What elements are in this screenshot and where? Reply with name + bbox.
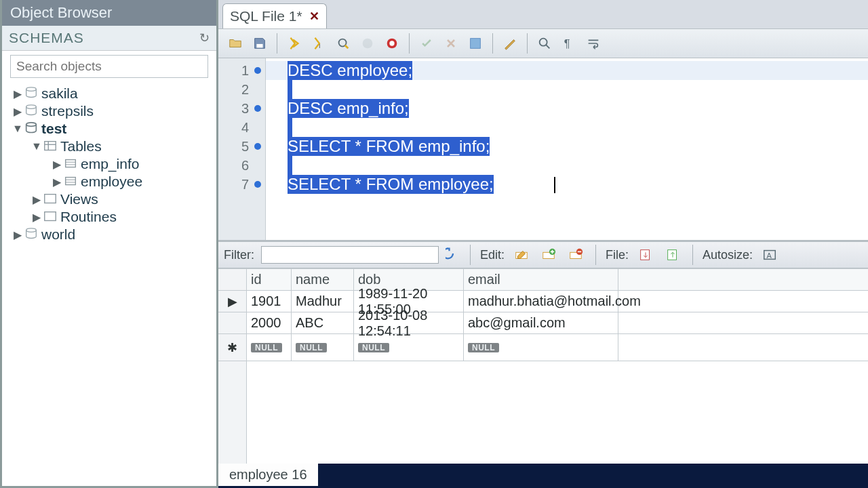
svg-point-1 (26, 105, 37, 109)
sql-editor[interactable]: 1 2 3 4 5 6 7 DESC employee; DESC emp_in… (218, 58, 868, 241)
stop-icon[interactable] (357, 33, 378, 54)
tree-item-test[interactable]: ▼ test (2, 120, 216, 138)
svg-text:A: A (767, 251, 772, 260)
status-tab[interactable]: employee 16 (218, 464, 318, 486)
expand-icon[interactable]: ▶ (12, 228, 24, 241)
col-email[interactable]: email (464, 269, 618, 290)
null-badge: NULL (358, 343, 389, 352)
svg-point-18 (363, 39, 373, 49)
grid-header[interactable]: id name dob email (247, 269, 868, 291)
tree-item-employee[interactable]: ▶ employee (2, 173, 216, 190)
result-toolbar: Filter: Edit: File: Autosize: A (218, 241, 868, 268)
table-icon (63, 174, 78, 189)
open-file-icon[interactable] (225, 33, 245, 54)
execute-icon[interactable] (284, 33, 304, 54)
null-badge: NULL (296, 343, 327, 352)
autosize-icon[interactable]: A (760, 245, 780, 265)
delete-row-icon[interactable] (566, 245, 586, 265)
current-row-indicator: ▶ (218, 291, 246, 312)
tree-item-emp-info[interactable]: ▶ emp_info (2, 155, 216, 173)
export-icon[interactable] (635, 245, 656, 265)
beautify-icon[interactable] (500, 33, 520, 54)
svg-rect-30 (668, 250, 677, 260)
folder-icon (43, 139, 58, 154)
grid-row[interactable]: 1901 Madhur 1989-11-20 11:55:00 madhur.b… (247, 291, 868, 312)
object-browser-title: Object Browser (2, 0, 216, 26)
svg-rect-29 (641, 250, 650, 260)
commit-icon[interactable] (416, 33, 437, 54)
result-grid[interactable]: ▶ ✱ id name dob email 1901 Madhur 1989-1… (218, 268, 868, 464)
collapse-icon[interactable]: ▼ (31, 140, 43, 152)
database-icon (24, 104, 39, 119)
expand-icon[interactable]: ▶ (31, 211, 43, 224)
execute-current-icon[interactable]: I (309, 33, 329, 54)
tab-sql-file[interactable]: SQL File 1* ✕ (222, 3, 327, 28)
close-icon[interactable]: ✕ (309, 9, 319, 24)
svg-text:¶: ¶ (564, 37, 570, 49)
null-badge: NULL (251, 343, 282, 352)
filter-input[interactable] (261, 246, 439, 264)
null-badge: NULL (468, 343, 499, 352)
tree-item-routines[interactable]: ▶ Routines (2, 208, 216, 226)
tree-item-sakila[interactable]: ▶ sakila (2, 85, 216, 102)
expand-icon[interactable]: ▶ (12, 105, 24, 118)
stop-error-icon[interactable] (382, 33, 402, 54)
col-id[interactable]: id (247, 269, 292, 290)
object-browser-panel: Object Browser SCHEMAS ↻ ▶ sakila ▶ stre… (0, 0, 218, 488)
expand-icon[interactable]: ▶ (31, 193, 43, 206)
autocommit-icon[interactable] (465, 33, 486, 54)
marker-icon (254, 105, 261, 112)
schemas-label: SCHEMAS (9, 30, 84, 46)
editor-panel: SQL File 1* ✕ I ¶ 1 2 3 4 5 6 7 (218, 0, 868, 488)
tree-item-views[interactable]: ▶ Views (2, 190, 216, 208)
file-label: File: (606, 248, 629, 262)
folder-icon (43, 192, 58, 207)
col-name[interactable]: name (292, 269, 354, 290)
tab-label: SQL File 1* (230, 8, 302, 24)
tree-item-strepsils[interactable]: ▶ strepsils (2, 102, 216, 120)
svg-text:I: I (319, 43, 321, 49)
find-icon[interactable] (534, 33, 555, 54)
expand-icon[interactable]: ▶ (51, 176, 63, 188)
editor-toolbar: I ¶ (218, 28, 868, 58)
new-row-indicator: ✱ (218, 334, 246, 361)
line-gutter: 1 2 3 4 5 6 7 (218, 58, 266, 240)
rollback-icon[interactable] (441, 33, 461, 54)
tree-item-tables[interactable]: ▼ Tables (2, 138, 216, 155)
svg-rect-13 (45, 212, 56, 221)
svg-rect-6 (66, 160, 76, 167)
search-input[interactable] (10, 55, 208, 78)
database-icon (24, 86, 39, 101)
database-icon (24, 227, 39, 242)
status-bar: employee 16 (218, 464, 868, 488)
marker-icon (254, 67, 261, 74)
marker-icon (254, 143, 261, 150)
marker-icon (254, 181, 261, 188)
import-icon[interactable] (663, 245, 683, 265)
collapse-icon[interactable]: ▼ (12, 123, 24, 135)
svg-rect-15 (256, 44, 262, 48)
autosize-label: Autosize: (703, 248, 753, 262)
edit-row-icon[interactable] (511, 245, 532, 265)
grid-row-new[interactable]: NULL NULL NULL NULL (247, 334, 868, 361)
edit-label: Edit: (480, 248, 505, 262)
explain-icon[interactable] (333, 33, 353, 54)
code-area[interactable]: DESC employee; DESC emp_info; SELECT * F… (266, 58, 868, 240)
word-wrap-icon[interactable] (583, 33, 604, 54)
invisible-chars-icon[interactable]: ¶ (559, 33, 579, 54)
grid-row[interactable]: 2000 ABC 2013-10-08 12:54:11 abc@gmail.c… (247, 312, 868, 334)
refresh-icon[interactable]: ↻ (199, 30, 210, 45)
text-caret (554, 177, 555, 193)
database-icon (24, 121, 39, 136)
svg-rect-12 (45, 195, 56, 203)
svg-point-14 (26, 228, 37, 232)
save-icon[interactable] (250, 33, 270, 54)
schemas-header: SCHEMAS ↻ (2, 26, 216, 51)
tree-item-world[interactable]: ▶ world (2, 226, 216, 243)
svg-point-2 (26, 123, 37, 127)
folder-icon (43, 209, 58, 224)
expand-icon[interactable]: ▶ (12, 87, 24, 100)
apply-filter-icon[interactable] (446, 246, 460, 264)
add-row-icon[interactable] (538, 245, 559, 265)
expand-icon[interactable]: ▶ (51, 158, 63, 171)
